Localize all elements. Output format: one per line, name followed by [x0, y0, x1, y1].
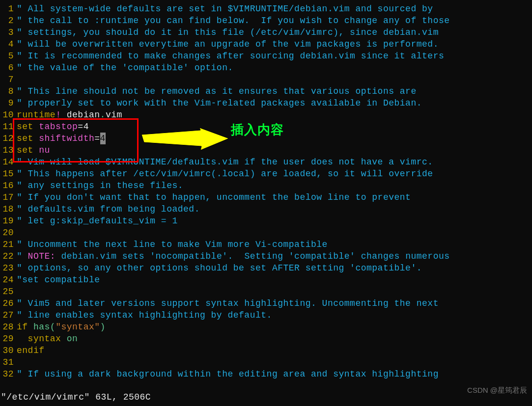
line-number: 2 [0, 15, 14, 27]
code-content: " defaults.vim from being loaded. [14, 203, 200, 215]
code-line[interactable]: 10runtime! debian.vim [0, 109, 532, 121]
code-content: " If using a dark background within the … [14, 368, 439, 380]
line-number: 21 [0, 239, 14, 250]
line-number: 32 [0, 368, 14, 380]
code-content: " All system-wide defaults are set in $V… [14, 3, 433, 15]
code-line[interactable]: 2" the call to :runtime you can find bel… [0, 15, 532, 27]
code-content: runtime! debian.vim [14, 109, 122, 121]
code-content: if has("syntax") [14, 321, 106, 333]
code-line[interactable]: 4" will be overwritten everytime an upgr… [0, 38, 532, 50]
code-content: " Vim will load $VIMRUNTIME/defaults.vim… [14, 156, 433, 168]
line-number: 26 [0, 298, 14, 309]
code-line[interactable]: 23" options, so any other options should… [0, 262, 532, 274]
line-number: 17 [0, 191, 14, 203]
code-content: " options, so any other options should b… [14, 262, 422, 274]
code-line[interactable]: 14" Vim will load $VIMRUNTIME/defaults.v… [0, 156, 532, 168]
line-number: 25 [0, 286, 14, 298]
line-number: 7 [0, 74, 14, 85]
code-content: set tabstop=4 [14, 121, 89, 133]
code-line[interactable]: 29 syntax on [0, 333, 532, 345]
code-content [14, 74, 17, 85]
line-number: 16 [0, 180, 14, 191]
code-line[interactable]: 3" settings, you should do it in this fi… [0, 27, 532, 38]
code-line[interactable]: 11set tabstop=4 [0, 121, 532, 133]
code-line[interactable]: 13set nu [0, 144, 532, 156]
code-line[interactable]: 6" the value of the 'compatible' option. [0, 62, 532, 74]
line-number: 6 [0, 62, 14, 74]
code-content: endif [14, 345, 45, 356]
code-line[interactable]: 1" All system-wide defaults are set in $… [0, 3, 532, 15]
line-number: 30 [0, 345, 14, 356]
code-line[interactable]: 12set shiftwidth=4 [0, 133, 532, 144]
line-number: 4 [0, 38, 14, 50]
code-content: syntax on [14, 333, 78, 345]
code-line[interactable]: 22" NOTE: debian.vim sets 'nocompatible'… [0, 250, 532, 262]
line-number: 18 [0, 203, 14, 215]
code-content: "set compatible [14, 274, 100, 286]
code-content: " Vim5 and later versions support syntax… [14, 298, 439, 309]
line-number: 31 [0, 356, 14, 368]
vim-status-line: "/etc/vim/vimrc" 63L, 2506C [1, 391, 151, 403]
code-line[interactable]: 19" let g:skip_defaults_vim = 1 [0, 215, 532, 227]
code-line[interactable]: 17" If you don't want that to happen, un… [0, 191, 532, 203]
code-line[interactable]: 31 [0, 356, 532, 368]
line-number: 14 [0, 156, 14, 168]
code-line[interactable]: 30endif [0, 345, 532, 356]
code-content: set nu [14, 144, 50, 156]
code-line[interactable]: 32" If using a dark background within th… [0, 368, 532, 380]
code-content: " It is recommended to make changes afte… [14, 50, 444, 62]
code-line[interactable]: 21" Uncomment the next line to make Vim … [0, 239, 532, 250]
code-line[interactable]: 9" properly set to work with the Vim-rel… [0, 97, 532, 109]
code-line[interactable]: 25 [0, 286, 532, 298]
code-line[interactable]: 26" Vim5 and later versions support synt… [0, 298, 532, 309]
code-content: set shiftwidth=4 [14, 133, 106, 144]
code-content: " NOTE: debian.vim sets 'nocompatible'. … [14, 250, 450, 262]
code-line[interactable]: 16" any settings in these files. [0, 180, 532, 191]
line-number: 13 [0, 144, 14, 156]
code-content: " let g:skip_defaults_vim = 1 [14, 215, 178, 227]
line-number: 9 [0, 97, 14, 109]
line-number: 23 [0, 262, 14, 274]
line-number: 29 [0, 333, 14, 345]
line-number: 15 [0, 168, 14, 180]
code-content: " properly set to work with the Vim-rela… [14, 97, 422, 109]
code-content: " If you don't want that to happen, unco… [14, 191, 411, 203]
code-line[interactable]: 18" defaults.vim from being loaded. [0, 203, 532, 215]
line-number: 22 [0, 250, 14, 262]
vim-editor[interactable]: 1" All system-wide defaults are set in $… [0, 3, 532, 380]
line-number: 11 [0, 121, 14, 133]
line-number: 1 [0, 3, 14, 15]
code-line[interactable]: 15" This happens after /etc/vim/vimrc(.l… [0, 168, 532, 180]
line-number: 24 [0, 274, 14, 286]
code-content: " This line should not be removed as it … [14, 85, 417, 97]
code-line[interactable]: 24"set compatible [0, 274, 532, 286]
code-line[interactable]: 8" This line should not be removed as it… [0, 85, 532, 97]
code-content: " any settings in these files. [14, 180, 183, 191]
code-line[interactable]: 7 [0, 74, 532, 85]
code-content [14, 286, 17, 298]
code-content: " Uncomment the next line to make Vim mo… [14, 239, 328, 250]
code-content [14, 356, 17, 368]
code-line[interactable]: 20 [0, 227, 532, 239]
line-number: 28 [0, 321, 14, 333]
code-content: " the value of the 'compatible' option. [14, 62, 233, 74]
line-number: 8 [0, 85, 14, 97]
code-content [14, 227, 17, 239]
line-number: 20 [0, 227, 14, 239]
code-content: " the call to :runtime you can find belo… [14, 15, 450, 27]
line-number: 27 [0, 309, 14, 321]
line-number: 3 [0, 27, 14, 38]
watermark-text: CSDN @星筠君辰 [467, 384, 527, 396]
code-line[interactable]: 27" line enables syntax highlighting by … [0, 309, 532, 321]
code-content: " settings, you should do it in this fil… [14, 27, 439, 38]
code-content: " line enables syntax highlighting by de… [14, 309, 272, 321]
code-line[interactable]: 5" It is recommended to make changes aft… [0, 50, 532, 62]
line-number: 10 [0, 109, 14, 121]
code-content: " This happens after /etc/vim/vimrc(.loc… [14, 168, 433, 180]
line-number: 12 [0, 133, 14, 144]
line-number: 5 [0, 50, 14, 62]
code-line[interactable]: 28if has("syntax") [0, 321, 532, 333]
line-number: 19 [0, 215, 14, 227]
code-content: " will be overwritten everytime an upgra… [14, 38, 439, 50]
